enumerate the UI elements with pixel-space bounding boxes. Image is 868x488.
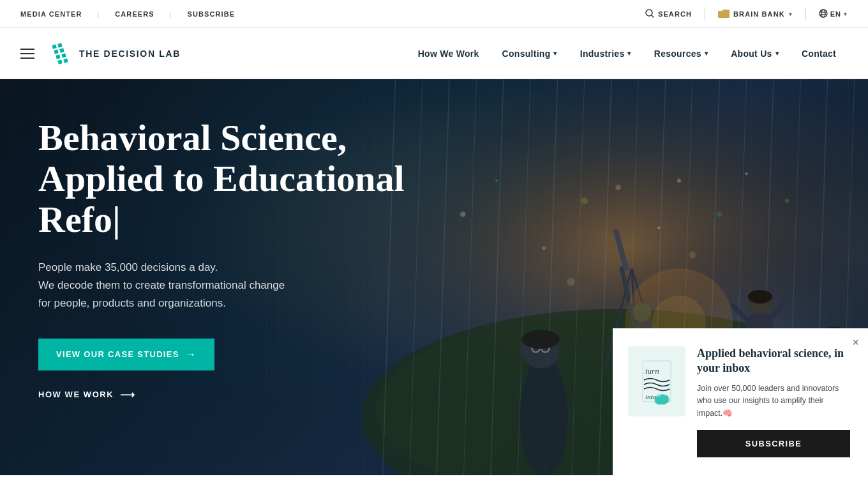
lang-label: EN [830,10,841,18]
brain-bank-link[interactable]: BRAIN BANK ▾ [718,9,793,19]
svg-rect-10 [59,48,64,52]
hero-subtitle-line3: for people, products and organizations. [38,297,226,309]
logo-link[interactable]: THE DECISION LAB [50,42,181,65]
how-we-work-arrow-icon: ⟶ [120,388,136,400]
how-we-work-link[interactable]: HOW WE WORK ⟶ [38,388,136,400]
newsletter-title: Applied behavioral science, in your inbo… [697,346,850,376]
nav-industries[interactable]: Industries ▾ [569,49,643,59]
nav-consulting[interactable]: Consulting ▾ [491,49,569,59]
newsletter-close-button[interactable]: × [852,336,859,349]
logo-text: THE DECISION LAB [79,49,181,59]
hamburger-line-1 [20,49,34,50]
view-case-studies-label: VIEW OUR CASE STUDIES [56,349,179,359]
how-we-work-label: HOW WE WORK [38,390,114,399]
nav-about-us-label: About Us [731,49,772,59]
hero-subtitle: People make 35,000 decisions a day. We d… [38,259,396,312]
svg-rect-13 [57,59,62,64]
nav-consulting-label: Consulting [502,49,551,59]
newsletter-icon-area: turn into [628,346,685,457]
svg-rect-7 [52,44,56,49]
top-bar-nav: MEDIA CENTER | CAREERS | SUBSCRIBE [20,10,235,18]
language-selector[interactable]: EN ▾ [819,9,848,19]
hamburger-line-3 [20,57,34,59]
svg-rect-8 [57,43,62,47]
svg-rect-9 [54,49,58,54]
search-label: SEARCH [658,10,692,18]
top-bar: MEDIA CENTER | CAREERS | SUBSCRIBE SEARC… [0,0,868,28]
separator-2: | [170,10,172,18]
newsletter-body: Applied behavioral science, in your inbo… [697,346,850,457]
nav-resources-label: Resources [654,49,701,59]
subscribe-link[interactable]: SUBSCRIBE [188,10,236,18]
separator-1: | [98,10,100,18]
hero-subtitle-line1: People make 35,000 decisions a day. [38,261,218,273]
cta-arrow-icon: → [186,349,197,360]
about-chevron-icon: ▾ [775,50,779,57]
newsletter-brain-icon: turn into [628,346,685,416]
hero-section: Behavioral Science, Applied to Education… [0,79,868,475]
nav-resources[interactable]: Resources ▾ [643,49,719,59]
nav-about-us[interactable]: About Us ▾ [719,49,790,59]
view-case-studies-button[interactable]: VIEW OUR CASE STUDIES → [38,339,214,370]
hamburger-line-2 [20,53,34,54]
hero-content: Behavioral Science, Applied to Education… [0,79,460,400]
careers-link[interactable]: CAREERS [115,10,154,18]
search-icon [645,9,654,19]
newsletter-popup: × turn into Appli [613,328,868,475]
nav-links: How We Work Consulting ▾ Industries ▾ Re… [407,49,848,59]
svg-rect-12 [61,53,66,57]
industries-chevron-icon: ▾ [627,50,631,57]
svg-point-4 [821,10,825,17]
top-bar-right: SEARCH BRAIN BANK ▾ EN [645,8,848,20]
svg-point-3 [819,10,827,17]
main-nav: THE DECISION LAB How We Work Consulting … [0,28,868,79]
svg-rect-14 [63,58,68,63]
newsletter-description: Join over 50,000 leaders and innovators … [697,383,850,420]
svg-text:turn: turn [645,366,659,376]
search-wrap[interactable]: SEARCH [645,9,692,19]
nav-industries-label: Industries [580,49,625,59]
brain-bank-chevron-icon: ▾ [789,11,793,17]
nav-how-we-work[interactable]: How We Work [407,49,491,59]
media-center-link[interactable]: MEDIA CENTER [20,10,82,18]
vert-sep-1 [705,8,705,20]
nav-contact-label: Contact [802,49,836,59]
svg-rect-11 [56,54,60,59]
hamburger-menu[interactable] [20,49,34,59]
hero-title: Behavioral Science, Applied to Education… [38,118,460,240]
nav-how-we-work-label: How We Work [418,49,479,59]
consulting-chevron-icon: ▾ [553,50,557,57]
svg-line-1 [652,15,654,17]
lang-chevron-icon: ▾ [844,11,848,17]
folder-icon [718,9,730,19]
globe-icon [819,9,828,19]
nav-contact[interactable]: Contact [790,49,848,59]
vert-sep-2 [805,8,806,20]
logo-icon [50,42,73,65]
hero-subtitle-line2: We decode them to create transformationa… [38,279,285,291]
brain-bank-label: BRAIN BANK [733,10,785,18]
resources-chevron-icon: ▾ [705,50,708,57]
svg-rect-2 [718,11,730,18]
newsletter-subscribe-button[interactable]: SUBSCRIBE [697,430,850,457]
